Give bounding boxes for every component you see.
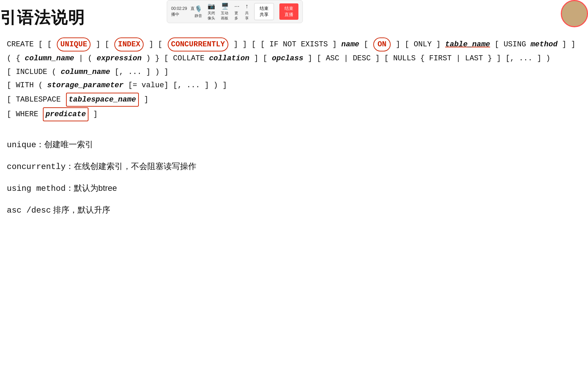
desc-asc: asc /desc 排序，默认升序 xyxy=(7,202,196,219)
toolbar: 00:02:29 直播中 🎙️ 静音 📷 关闭像头 🖥️ 互动画板 ··· 更多… xyxy=(167,0,303,23)
descriptions-section: unique：创建唯一索引 concurrently：在线创建索引，不会阻塞读写… xyxy=(7,136,196,224)
predicate-boxed: predicate xyxy=(43,107,89,121)
desc-concurrently-term: concurrently xyxy=(7,162,66,171)
desc-using-term: using method xyxy=(7,184,66,193)
desc-concurrently-text: 在线创建索引，不会阻塞读写操作 xyxy=(74,162,196,171)
share-button[interactable]: ↑ 共享 xyxy=(245,3,249,21)
syntax-block: CREATE [ [ UNIQUE ] [ INDEX ] [ CONCURRE… xyxy=(7,37,581,121)
index-circled: INDEX xyxy=(114,37,144,51)
desc-concurrently: concurrently：在线创建索引，不会阻塞读写操作 xyxy=(7,158,196,175)
on-circled: ON xyxy=(373,37,390,51)
l1-only: ] [ ONLY ] table_name [ USING method ] ] xyxy=(391,38,575,51)
syntax-line-4: [ WITH ( storage_parameter [= value] [, … xyxy=(7,79,581,92)
unique-circled: UNIQUE xyxy=(57,37,91,51)
avatar xyxy=(561,0,588,27)
tablespace-name-boxed: tablespace_name xyxy=(66,93,139,107)
syntax-content: CREATE [ [ UNIQUE ] [ INDEX ] [ CONCURRE… xyxy=(0,37,588,122)
concurrently-circled: CONCURRENTLY xyxy=(168,37,228,51)
desc-unique-text: 创建唯一索引 xyxy=(44,140,93,149)
desc-asc-text: 排序，默认升序 xyxy=(53,205,110,214)
end-share-button[interactable]: 结束共享 xyxy=(254,3,274,20)
l1-bracket: ] [ xyxy=(91,38,114,51)
desc-unique-sep: ： xyxy=(36,140,44,149)
syntax-line-2: ( { column_name | ( expression ) } [ COL… xyxy=(7,52,581,65)
page-title: 引语法说明 xyxy=(0,7,85,29)
desc-using-sep: ： xyxy=(66,183,74,193)
l4-content: [ WITH ( storage_parameter [= value] [, … xyxy=(7,79,227,92)
l5-content: [ TABLESPACE tablespace_name ] xyxy=(7,93,148,107)
desc-concurrently-sep: ： xyxy=(66,162,74,171)
l3-content: [ INCLUDE ( column_name [, ... ] ) ] xyxy=(7,66,168,78)
l1-bracket2: ] [ xyxy=(144,38,167,51)
desc-asc-term: asc /desc xyxy=(7,206,51,215)
more-button[interactable]: ··· 更多 xyxy=(234,3,240,21)
syntax-line-6: [ WHERE predicate ] xyxy=(7,107,581,121)
desc-unique-term: unique xyxy=(7,140,36,150)
toolbar-buttons: 🎙️ 静音 📷 关闭像头 🖥️ 互动画板 ··· 更多 ↑ 共享 结束共享 结束… xyxy=(195,2,298,21)
l2-open: ( { column_name | ( expression ) } [ COL… xyxy=(7,52,551,65)
l1-rest: ] ] [ [ IF NOT EXISTS ] name [ xyxy=(229,38,373,51)
syntax-line-5: [ TABLESPACE tablespace_name ] xyxy=(7,93,581,107)
interactive-button[interactable]: 🖥️ 互动画板 xyxy=(221,2,229,21)
desc-using-text: 默认为btree xyxy=(74,183,117,193)
camera-button[interactable]: 📷 关闭像头 xyxy=(208,2,216,21)
desc-using: using method：默认为btree xyxy=(7,180,196,197)
syntax-line-1: CREATE [ [ UNIQUE ] [ INDEX ] [ CONCURRE… xyxy=(7,37,581,51)
desc-unique: unique：创建唯一索引 xyxy=(7,136,196,153)
mute-button[interactable]: 🎙️ 静音 xyxy=(195,5,202,18)
toolbar-timer: 00:02:29 直播中 xyxy=(171,6,195,17)
syntax-line-3: [ INCLUDE ( column_name [, ... ] ) ] xyxy=(7,66,581,78)
l6-content: [ WHERE predicate ] xyxy=(7,107,98,121)
end-live-button[interactable]: 结束直播 xyxy=(279,3,298,20)
create-keyword: CREATE [ [ xyxy=(7,38,56,51)
